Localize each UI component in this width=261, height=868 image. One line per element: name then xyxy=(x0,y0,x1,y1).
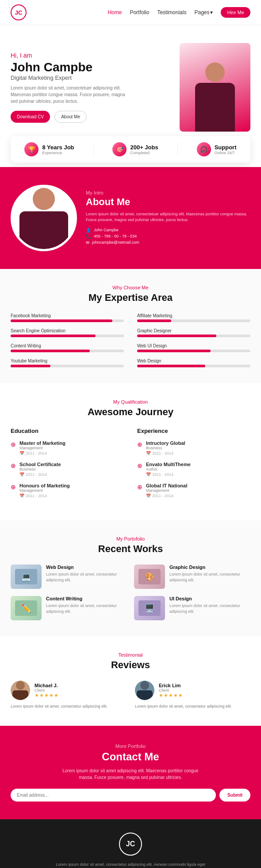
nav-links: Home Portfolio Testimonials Pages ▾ Hire… xyxy=(107,7,250,18)
contact-title: Contact Me xyxy=(11,751,250,763)
education-item-1: ⊕ Master of Marketing Management 📅2011 -… xyxy=(11,440,124,455)
nav-portfolio[interactable]: Portfolio xyxy=(130,9,149,16)
education-item-3: ⊕ Honours of Marketing Management 📅2011 … xyxy=(11,483,124,498)
experience-item-2: ⊕ Envato MultiTheme Author 📅2011 - 2014 xyxy=(137,462,250,477)
hero-image xyxy=(171,43,250,132)
hero-title: Digital Marketing Expert xyxy=(11,74,171,81)
submit-button[interactable]: Submit xyxy=(219,789,250,802)
contact-section: More Portfolio Contact Me Lorem ipsum do… xyxy=(0,726,261,819)
stat-divider-2 xyxy=(177,143,178,156)
testimonial-erick: Erick Lim Client ★★★★★ Lorem ipsum dolor… xyxy=(135,681,250,710)
skill-youtube: Youtube Marketing xyxy=(11,358,124,367)
chevron-down-icon: ▾ xyxy=(210,9,213,16)
erick-stars: ★★★★★ xyxy=(159,693,183,698)
jobs-label: Completed xyxy=(130,151,158,155)
erick-avatar xyxy=(135,681,154,700)
hire-me-button[interactable]: Hire Me xyxy=(221,7,250,18)
contact-description: Lorem ipsum dolor sit amet adipiscing el… xyxy=(55,767,206,781)
portfolio-section: My Portofolio Recent Works 💻 Web Design … xyxy=(0,520,261,636)
work-graphic: 🎨 Graphic Design Lorem ipsum dolor sit a… xyxy=(134,564,250,589)
hero-description: Lorem ipsum dolor sit amet, consectetuer… xyxy=(11,85,126,105)
testimonials-grid: Michael J. Client ★★★★★ Lorem ipsum dolo… xyxy=(11,681,250,710)
nav-testimonials[interactable]: Testimonials xyxy=(157,9,186,16)
skill-webui: Web UI Design xyxy=(137,343,250,352)
experience-number: 8 Years Job xyxy=(42,144,74,151)
edu-dot-1: ⊕ xyxy=(11,441,16,455)
content-thumbnail: ✏️ xyxy=(11,596,42,620)
support-icon: 🎧 xyxy=(197,142,211,156)
skills-grid: Facebook Marketing Affiliate Marketing S… xyxy=(11,313,250,367)
edu-dot-3: ⊕ xyxy=(11,483,16,498)
experience-heading: Experience xyxy=(137,428,250,434)
about-text: My Intro About Me Lorem ipsum dolor sit … xyxy=(86,190,250,246)
hero-buttons: Download CV About Me xyxy=(11,111,171,123)
experience-column: Experience ⊕ Intructory Global Business … xyxy=(137,428,250,504)
portfolio-label: My Portofolio xyxy=(11,536,250,541)
support-number: Support xyxy=(215,144,237,151)
michael-avatar xyxy=(11,681,30,700)
hero-greeting: Hi, I am xyxy=(11,52,171,59)
skill-graphic: Graphic Designer xyxy=(137,328,250,337)
ui-thumbnail: 🖥️ xyxy=(134,596,165,620)
stat-divider-1 xyxy=(93,143,94,156)
testimonials-title: Reviews xyxy=(11,659,250,671)
expertise-label: Why Choose Me xyxy=(11,285,250,290)
navbar: JC Home Portfolio Testimonials Pages ▾ H… xyxy=(0,0,261,25)
download-cv-button[interactable]: Download CV xyxy=(11,111,50,123)
calendar-icon-6: 📅 xyxy=(146,494,151,498)
email-icon: ✉ xyxy=(86,240,89,245)
michael-review-text: Lorem ipsum dolor sit amet, consectetur … xyxy=(11,704,126,710)
about-email: ✉ johncampbe@netmail.com xyxy=(86,240,250,245)
skill-facebook: Facebook Marketing xyxy=(11,313,124,322)
webdesign-thumbnail: 💻 xyxy=(11,564,42,589)
work-webdesign: 💻 Web Design Lorem ipsum dolor sit amet,… xyxy=(11,564,127,589)
edu-dot-2: ⊕ xyxy=(11,462,16,477)
testimonials-section: Testimonial Reviews Michael J. Client ★★… xyxy=(0,636,261,726)
testimonial-michael: Michael J. Client ★★★★★ Lorem ipsum dolo… xyxy=(11,681,126,710)
experience-item-1: ⊕ Intructory Global Business 📅2011 - 201… xyxy=(137,440,250,455)
person-icon: 👤 xyxy=(86,228,91,233)
stat-support: 🎧 Support Online 24/7 xyxy=(197,142,237,156)
footer-description: Lorem ipsum dolor sit amet, consectetur … xyxy=(55,862,206,868)
calendar-icon: 📅 xyxy=(19,451,24,455)
expertise-section: Why Choose Me My Expertise Area Facebook… xyxy=(0,269,261,383)
works-grid: 💻 Web Design Lorem ipsum dolor sit amet,… xyxy=(11,564,250,620)
exp-dot-2: ⊕ xyxy=(137,462,142,477)
experience-icon: 🏆 xyxy=(24,142,38,156)
about-me-button[interactable]: About Me xyxy=(54,111,87,123)
more-portfolio-label: More Portfolio xyxy=(11,743,250,749)
email-input[interactable] xyxy=(11,789,216,802)
about-section: My Intro About Me Lorem ipsum dolor sit … xyxy=(0,167,261,269)
exp-dot-3: ⊕ xyxy=(137,483,142,498)
experience-label: Experience xyxy=(42,151,74,155)
testimonials-label: Testimonial xyxy=(11,652,250,658)
logo: JC xyxy=(11,4,27,20)
about-description: Lorem ipsum dolor sit amet, consectetuer… xyxy=(86,211,250,223)
experience-item-3: ⊕ Global IT National Management 📅2011 - … xyxy=(137,483,250,498)
expertise-title: My Expertise Area xyxy=(11,292,250,304)
education-column: Education ⊕ Master of Marketing Manageme… xyxy=(11,428,124,504)
qualification-section: My Qualification Awesome Journey Educati… xyxy=(0,383,261,520)
hero-name: John Campbe xyxy=(11,61,171,74)
about-title: About Me xyxy=(86,196,250,208)
jobs-icon: 🎯 xyxy=(112,142,127,156)
work-content: ✏️ Content Writing Lorem ipsum dolor sit… xyxy=(11,596,127,620)
stat-experience: 🏆 8 Years Job Experience xyxy=(24,142,74,156)
skill-affiliate: Affiliate Marketing xyxy=(137,313,250,322)
stats-bar: 🏆 8 Years Job Experience 🎯 200+ Jobs Com… xyxy=(11,136,250,163)
exp-dot-1: ⊕ xyxy=(137,441,142,455)
calendar-icon-4: 📅 xyxy=(146,451,151,455)
work-ui: 🖥️ UI Design Lorem ipsum dolor sit amet,… xyxy=(134,596,250,620)
about-phone: 📞 456 - 789 - 00 - 78 - 534 xyxy=(86,234,250,239)
stat-jobs: 🎯 200+ Jobs Completed xyxy=(112,142,158,156)
nav-home[interactable]: Home xyxy=(107,9,122,16)
portfolio-title: Recent Works xyxy=(11,543,250,555)
education-item-2: ⊕ School Certificate Business 📅2011 - 20… xyxy=(11,462,124,477)
calendar-icon-2: 📅 xyxy=(19,472,24,477)
skill-webdesign: Web Design xyxy=(137,358,250,367)
support-label: Online 24/7 xyxy=(215,151,237,155)
footer-logo: JC xyxy=(119,833,142,856)
erick-review-text: Lorem ipsum dolor sit amet, consectetur … xyxy=(135,704,250,710)
skill-content: Content Writing xyxy=(11,343,124,352)
nav-pages[interactable]: Pages ▾ xyxy=(194,9,213,16)
